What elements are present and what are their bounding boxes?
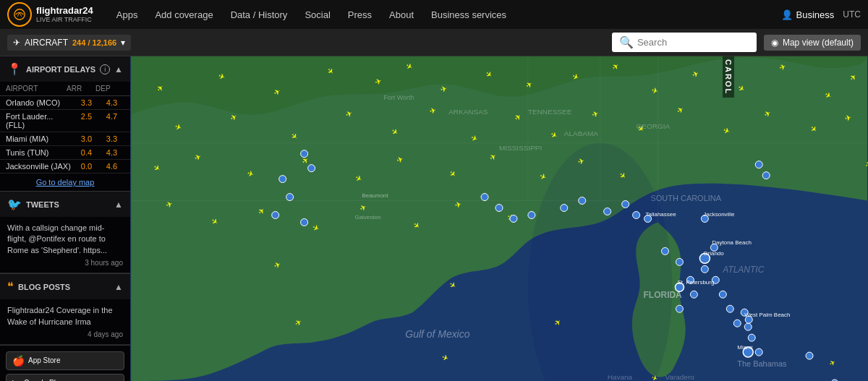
logo[interactable]: flightradar24 LIVE AIR TRAFFIC [7,2,93,27]
svg-text:Orlando: Orlando [703,250,724,257]
svg-point-105 [301,219,308,226]
table-row[interactable]: Fort Lauder... (FLL) 2.5 4.7 [0,110,130,132]
svg-text:West Palm Beach: West Palm Beach [744,312,790,318]
business-button[interactable]: 👤 Business [781,9,835,20]
airport-table: AIRPORT ARR DEP Orlando (MCO) 3.3 4.3 Fo… [0,82,130,191]
svg-point-110 [561,205,568,212]
sidebar: 📍 AIRPORT DELAYS i ▲ AIRPORT ARR DEP Orl… [0,56,130,381]
svg-text:MISSISSIPPI: MISSISSIPPI [499,144,542,152]
svg-point-102 [279,176,286,183]
svg-point-82 [719,291,726,298]
svg-point-86 [744,323,752,330]
app-store-button[interactable]: 🍎 App Store [6,351,124,370]
svg-point-99 [806,352,813,359]
collapse-icon[interactable]: ▲ [114,64,123,74]
svg-point-103 [286,194,294,201]
svg-point-112 [604,208,611,215]
svg-text:Gulf of Mexico: Gulf of Mexico [405,328,469,340]
map-area[interactable]: Gulf of Mexico ATLANTIC MISSISSIPPI ALAB… [130,56,868,381]
twitter-icon: 🐦 [7,197,22,211]
svg-text:Galveston: Galveston [354,214,380,221]
carol-label: CAROL [723,56,734,98]
airport-delays-section: 📍 AIRPORT DELAYS i ▲ AIRPORT ARR DEP Orl… [0,56,130,192]
logo-circle [7,2,32,27]
svg-text:Miami: Miami [737,344,752,351]
logo-sub: LIVE AIR TRAFFIC [36,16,93,23]
table-row[interactable]: Miami (MIA) 3.0 3.3 [0,132,130,146]
nav-press[interactable]: Press [339,0,380,29]
airport-delays-header[interactable]: 📍 AIRPORT DELAYS i ▲ [0,56,130,82]
logo-text: flightradar24 [36,6,93,16]
nav-about[interactable]: About [380,0,422,29]
nav-business[interactable]: Business services [422,0,515,29]
svg-text:St. Petersburg: St. Petersburg [677,279,714,286]
radio-icon: ◉ [771,38,778,48]
tweets-collapse-icon[interactable]: ▲ [114,200,123,210]
svg-point-111 [579,197,586,205]
svg-point-101 [308,165,315,172]
delay-map-link[interactable]: Go to delay map [0,174,130,191]
info-icon[interactable]: i [100,64,110,74]
table-row[interactable]: Jacksonville (JAX) 0.0 4.6 [0,160,130,174]
table-row[interactable]: Tunis (TUN) 0.4 4.3 [0,146,130,160]
svg-point-88 [755,348,762,356]
svg-text:Daytona Beach: Daytona Beach [712,239,752,246]
table-row[interactable]: Orlando (MCO) 3.3 4.3 [0,96,130,110]
nav-right: 👤 Business UTC [781,9,861,20]
svg-point-83 [726,305,733,312]
plane-icon: ✈ [13,38,20,48]
utc-label: UTC [843,9,861,20]
svg-text:ATLANTIC: ATLANTIC [722,265,764,275]
user-icon: 👤 [781,9,793,20]
nav-add-coverage[interactable]: Add coverage [146,0,221,29]
svg-point-126 [755,161,762,168]
apple-icon: 🍎 [12,355,25,367]
second-bar: ✈ AIRCRAFT 244 / 12,166 ▾ 🔍 ◉ Map view (… [0,29,868,56]
blog-section: ❝ BLOG POSTS ▲ Flightradar24 Coverage in… [0,274,130,346]
google-play-button[interactable]: ▶ Google Play [6,374,124,381]
quote-icon: ❝ [7,280,14,294]
svg-point-108 [510,215,517,223]
svg-text:Tallahassee: Tallahassee [646,211,677,218]
search-container: 🔍 [612,33,757,52]
svg-text:Jacksonville: Jacksonville [703,211,735,218]
svg-text:Varadero: Varadero [665,373,694,381]
blog-item[interactable]: Flightradar24 Coverage in the Wake of Hu… [0,299,130,345]
svg-point-90 [676,258,683,265]
search-icon: 🔍 [619,35,634,49]
aircraft-count: 244 / 12,166 [72,38,116,47]
android-icon: ▶ [12,377,20,381]
svg-text:ALABAMA: ALABAMA [564,129,598,137]
nav-data-history[interactable]: Data / History [222,0,297,29]
nav-social[interactable]: Social [296,0,339,29]
svg-point-113 [622,201,629,208]
svg-point-114 [633,212,640,219]
tweets-header[interactable]: 🐦 TWEETS ▲ [0,192,130,217]
svg-point-104 [272,212,279,219]
svg-text:Fort Worth: Fort Worth [383,94,414,101]
search-input[interactable] [637,37,749,48]
app-buttons: 🍎 App Store ▶ Google Play [0,346,130,381]
table-header: AIRPORT ARR DEP [0,82,130,96]
svg-point-100 [301,150,308,158]
svg-text:SOUTH CAROLINA: SOUTH CAROLINA [651,194,722,202]
svg-point-109 [528,212,535,219]
map-view-button[interactable]: ◉ Map view (default) [764,35,861,51]
tweet-item: With a callsign change mid-flight, @Pont… [0,217,130,273]
svg-point-89 [662,247,669,254]
svg-text:Beaumont: Beaumont [362,192,388,199]
svg-point-107 [495,205,503,212]
blog-collapse-icon[interactable]: ▲ [114,282,123,292]
svg-point-87 [748,334,755,341]
svg-point-92 [690,291,697,298]
svg-text:ARKANSAS: ARKANSAS [448,108,488,116]
main-layout: 📍 AIRPORT DELAYS i ▲ AIRPORT ARR DEP Orl… [0,56,868,381]
top-nav: flightradar24 LIVE AIR TRAFFIC Apps Add … [0,0,868,29]
aircraft-label: AIRCRAFT [25,38,68,48]
main-nav: Apps Add coverage Data / History Social … [108,0,781,29]
svg-point-106 [481,194,488,201]
nav-apps[interactable]: Apps [108,0,147,29]
chevron-down-icon: ▾ [121,38,125,48]
blog-header[interactable]: ❝ BLOG POSTS ▲ [0,274,130,299]
aircraft-button[interactable]: ✈ AIRCRAFT 244 / 12,166 ▾ [7,35,131,51]
